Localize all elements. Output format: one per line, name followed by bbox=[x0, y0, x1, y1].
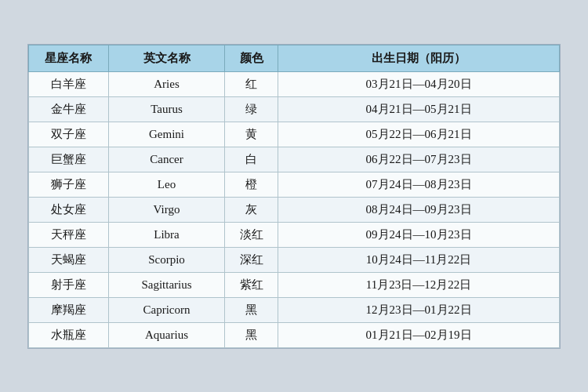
cell-color: 紫红 bbox=[225, 272, 278, 297]
cell-zh: 巨蟹座 bbox=[29, 147, 109, 172]
cell-color: 灰 bbox=[225, 197, 278, 222]
cell-color: 黑 bbox=[225, 322, 278, 347]
zodiac-table: 星座名称 英文名称 颜色 出生日期（阳历） 白羊座Aries红03月21日—04… bbox=[28, 45, 560, 348]
table-row: 天秤座Libra淡红09月24日—10月23日 bbox=[29, 222, 560, 247]
table-row: 金牛座Taurus绿04月21日—05月21日 bbox=[29, 96, 560, 122]
cell-en: Sagittarius bbox=[108, 272, 225, 297]
cell-date: 03月21日—04月20日 bbox=[278, 71, 560, 96]
cell-en: Libra bbox=[108, 222, 225, 247]
cell-zh: 射手座 bbox=[29, 272, 109, 297]
cell-date: 01月21日—02月19日 bbox=[278, 322, 560, 347]
cell-en: Aquarius bbox=[108, 322, 225, 347]
cell-color: 深红 bbox=[225, 247, 278, 272]
table-row: 白羊座Aries红03月21日—04月20日 bbox=[29, 71, 560, 96]
cell-zh: 白羊座 bbox=[29, 71, 109, 96]
cell-en: Capricorn bbox=[108, 297, 225, 322]
table-row: 天蝎座Scorpio深红10月24日—11月22日 bbox=[29, 247, 560, 272]
cell-date: 11月23日—12月22日 bbox=[278, 272, 560, 297]
cell-en: Virgo bbox=[108, 197, 225, 222]
table-row: 射手座Sagittarius紫红11月23日—12月22日 bbox=[29, 272, 560, 297]
cell-zh: 狮子座 bbox=[29, 172, 109, 197]
cell-color: 橙 bbox=[225, 172, 278, 197]
cell-en: Leo bbox=[108, 172, 225, 197]
cell-en: Taurus bbox=[108, 96, 225, 122]
table-row: 水瓶座Aquarius黑01月21日—02月19日 bbox=[29, 322, 560, 347]
cell-color: 绿 bbox=[225, 96, 278, 122]
cell-color: 淡红 bbox=[225, 222, 278, 247]
cell-en: Cancer bbox=[108, 147, 225, 172]
table-header-row: 星座名称 英文名称 颜色 出生日期（阳历） bbox=[29, 45, 560, 71]
cell-date: 05月22日—06月21日 bbox=[278, 122, 560, 147]
cell-date: 08月24日—09月23日 bbox=[278, 197, 560, 222]
table-row: 双子座Gemini黄05月22日—06月21日 bbox=[29, 122, 560, 147]
table-row: 巨蟹座Cancer白06月22日—07月23日 bbox=[29, 147, 560, 172]
table-row: 处女座Virgo灰08月24日—09月23日 bbox=[29, 197, 560, 222]
cell-zh: 双子座 bbox=[29, 122, 109, 147]
header-en: 英文名称 bbox=[108, 45, 225, 71]
header-color: 颜色 bbox=[225, 45, 278, 71]
cell-date: 07月24日—08月23日 bbox=[278, 172, 560, 197]
cell-en: Scorpio bbox=[108, 247, 225, 272]
cell-color: 红 bbox=[225, 71, 278, 96]
cell-zh: 处女座 bbox=[29, 197, 109, 222]
cell-date: 09月24日—10月23日 bbox=[278, 222, 560, 247]
cell-date: 10月24日—11月22日 bbox=[278, 247, 560, 272]
cell-zh: 天蝎座 bbox=[29, 247, 109, 272]
cell-zh: 金牛座 bbox=[29, 96, 109, 122]
table-row: 狮子座Leo橙07月24日—08月23日 bbox=[29, 172, 560, 197]
cell-zh: 天秤座 bbox=[29, 222, 109, 247]
cell-en: Aries bbox=[108, 71, 225, 96]
table-row: 摩羯座Capricorn黑12月23日—01月22日 bbox=[29, 297, 560, 322]
cell-zh: 水瓶座 bbox=[29, 322, 109, 347]
cell-date: 06月22日—07月23日 bbox=[278, 147, 560, 172]
cell-en: Gemini bbox=[108, 122, 225, 147]
cell-zh: 摩羯座 bbox=[29, 297, 109, 322]
cell-date: 04月21日—05月21日 bbox=[278, 96, 560, 122]
zodiac-table-container: 星座名称 英文名称 颜色 出生日期（阳历） 白羊座Aries红03月21日—04… bbox=[27, 44, 561, 349]
cell-date: 12月23日—01月22日 bbox=[278, 297, 560, 322]
cell-color: 白 bbox=[225, 147, 278, 172]
header-zh: 星座名称 bbox=[29, 45, 109, 71]
cell-color: 黄 bbox=[225, 122, 278, 147]
cell-color: 黑 bbox=[225, 297, 278, 322]
header-date: 出生日期（阳历） bbox=[278, 45, 560, 71]
